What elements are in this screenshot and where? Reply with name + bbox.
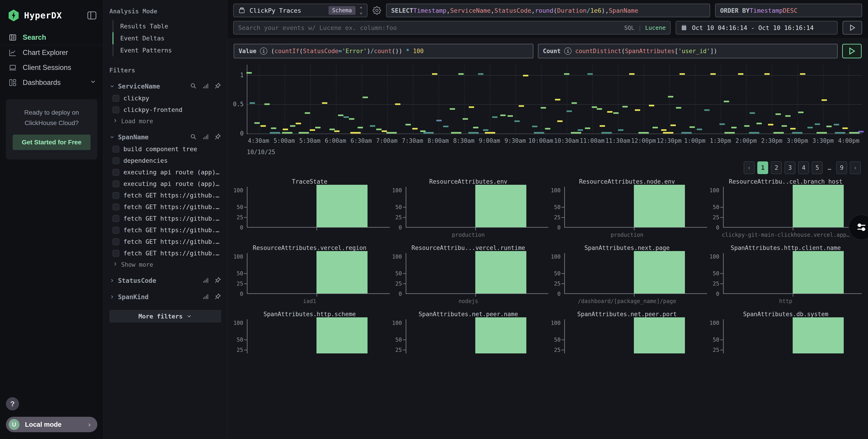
more-filters-button[interactable]: More filters (110, 310, 221, 323)
filter-option[interactable]: fetch GET https://github.… (113, 250, 221, 257)
count-expression-input[interactable]: Count i countDistinct(SpanAttributes['us… (538, 44, 838, 58)
plot-area[interactable] (723, 187, 862, 228)
checkbox[interactable] (113, 146, 119, 152)
pin-icon[interactable] (214, 277, 221, 285)
filter-option[interactable]: clickpy (113, 95, 221, 102)
bar-chart-icon[interactable] (202, 82, 209, 90)
checkbox[interactable] (113, 169, 119, 176)
checkbox[interactable] (113, 204, 119, 210)
run-search-button[interactable] (843, 21, 862, 34)
plot-area[interactable] (406, 319, 545, 353)
plot-area[interactable] (723, 253, 862, 294)
checkbox[interactable] (113, 180, 119, 187)
bar[interactable] (634, 185, 685, 227)
pin-icon[interactable] (214, 82, 221, 90)
sidebar-item-client-sessions[interactable]: Client Sessions (0, 60, 103, 75)
next-page-button[interactable]: › (850, 162, 861, 174)
filter-option[interactable]: fetch GET https://github.… (113, 192, 221, 199)
lang-sql-option[interactable]: SQL (624, 25, 634, 31)
filter-option[interactable]: dependencies (113, 157, 221, 164)
sidebar-item-search[interactable]: Search (0, 30, 103, 45)
gear-icon[interactable] (373, 6, 381, 15)
page-button-3[interactable]: 3 (784, 162, 796, 174)
filter-group-header[interactable]: SpanName (110, 133, 221, 141)
help-button[interactable]: ? (6, 397, 19, 410)
checkbox[interactable] (113, 157, 119, 164)
plot-area[interactable] (564, 253, 703, 294)
page-button-4[interactable]: 4 (798, 162, 809, 174)
bar[interactable] (634, 251, 685, 293)
bar[interactable] (634, 317, 685, 353)
filter-option[interactable]: fetch GET https://github.… (113, 238, 221, 245)
source-selector[interactable]: ClickPy Traces Schema ⌃⌄ (233, 4, 368, 17)
filter-option[interactable]: executing api route (app)… (113, 180, 221, 187)
filter-group-header[interactable]: SpanKind (110, 293, 221, 301)
bar-chart-icon[interactable] (202, 277, 209, 285)
sql-select-input[interactable]: SELECT Timestamp, ServiceName, StatusCod… (386, 4, 710, 17)
analysis-mode-event-deltas[interactable]: Event Deltas (113, 32, 221, 44)
plot-area[interactable] (247, 319, 386, 353)
checkbox[interactable] (113, 95, 119, 102)
bar[interactable] (316, 251, 368, 293)
bar[interactable] (316, 317, 368, 353)
data-point (271, 127, 276, 129)
filter-show-more-link[interactable]: Show more (113, 261, 221, 268)
plot-area[interactable] (406, 187, 545, 228)
checkbox[interactable] (113, 215, 119, 222)
page-button-9[interactable]: 9 (836, 162, 847, 174)
page-button-1[interactable]: 1 (757, 162, 768, 174)
order-by-input[interactable]: ORDER BY Timestamp DESC (715, 4, 862, 17)
local-mode-button[interactable]: U Local mode › (6, 417, 97, 432)
sidebar-item-chart-explorer[interactable]: Chart Explorer (0, 45, 103, 60)
plot-area[interactable] (247, 187, 386, 228)
checkbox[interactable] (113, 250, 119, 257)
bar[interactable] (793, 251, 844, 293)
search-icon[interactable] (190, 133, 197, 141)
page-button-5[interactable]: 5 (812, 162, 823, 174)
value-expression-input[interactable]: Value i (countIf(StatusCode='Error')/cou… (234, 44, 533, 58)
bar-chart-icon[interactable] (202, 133, 209, 141)
bar-chart-icon[interactable] (202, 293, 209, 301)
checkbox[interactable] (113, 238, 119, 245)
pin-icon[interactable] (214, 293, 221, 301)
checkbox[interactable] (113, 107, 119, 113)
plot-area[interactable] (564, 187, 703, 228)
analysis-mode-results-table[interactable]: Results Table (113, 20, 221, 32)
chart-plot-area[interactable] (247, 65, 862, 134)
attribute-chart: TraceState10050250 (234, 178, 386, 238)
bar[interactable] (475, 251, 526, 293)
sidebar-collapse-icon[interactable] (87, 11, 96, 20)
plot-area[interactable] (247, 253, 386, 294)
bar[interactable] (475, 185, 526, 227)
search-icon[interactable] (190, 82, 197, 90)
checkbox[interactable] (113, 192, 119, 199)
pin-icon[interactable] (214, 133, 221, 141)
filter-option[interactable]: clickpy-frontend (113, 106, 221, 113)
filter-group-header[interactable]: StatusCode (110, 277, 221, 285)
time-range-picker[interactable]: Oct 10 04:16:14 - Oct 10 16:16:14 (676, 21, 838, 34)
filter-option[interactable]: fetch GET https://github.… (113, 227, 221, 234)
run-chart-button[interactable] (842, 44, 862, 58)
filter-option[interactable]: build component tree (113, 146, 221, 152)
bar[interactable] (316, 185, 368, 227)
plot-area[interactable] (564, 319, 703, 353)
filter-group-header[interactable]: ServiceName (110, 82, 221, 90)
attribute-chart-body: 10050250 (710, 187, 862, 228)
filter-load-more-link[interactable]: Load more (113, 118, 221, 125)
page-button-2[interactable]: 2 (771, 162, 782, 174)
analysis-mode-event-patterns[interactable]: Event Patterns (113, 44, 221, 56)
filter-option[interactable]: fetch GET https://github.… (113, 203, 221, 210)
bar[interactable] (793, 317, 844, 353)
search-input[interactable]: Search your events w/ Lucene ex. column:… (233, 21, 671, 34)
sidebar-item-dashboards[interactable]: Dashboards (0, 75, 103, 90)
filter-option[interactable]: fetch GET https://github.… (113, 215, 221, 222)
lang-lucene-option[interactable]: Lucene (645, 25, 665, 31)
bar[interactable] (793, 185, 844, 227)
plot-area[interactable] (406, 253, 545, 294)
bar[interactable] (475, 317, 526, 353)
prev-page-button[interactable]: ‹ (744, 162, 754, 174)
checkbox[interactable] (113, 227, 119, 234)
plot-area[interactable] (723, 319, 862, 353)
get-started-button[interactable]: Get Started for Free (13, 135, 91, 150)
filter-option[interactable]: executing api route (app)… (113, 169, 221, 176)
